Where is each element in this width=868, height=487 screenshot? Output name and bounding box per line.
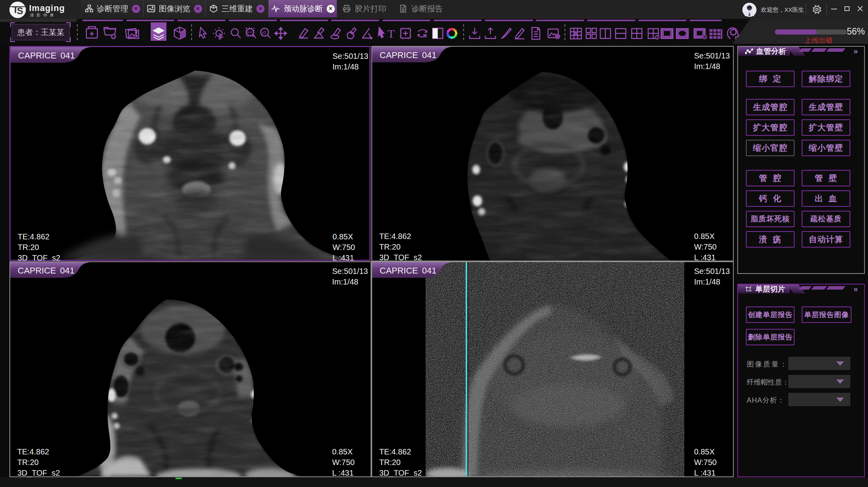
svg-text:CAPRICE: CAPRICE [380, 50, 418, 60]
svg-text:041: 041 [60, 266, 75, 275]
svg-text:x2: x2 [262, 31, 266, 35]
svg-text:S: S [17, 5, 23, 16]
svg-text:041: 041 [422, 50, 437, 60]
svg-text:CAPRICE: CAPRICE [18, 266, 56, 275]
svg-text:T: T [387, 27, 395, 40]
svg-text:CAPRICE: CAPRICE [380, 266, 418, 275]
svg-text:041: 041 [422, 266, 437, 275]
svg-text:041: 041 [60, 51, 75, 60]
svg-text:CAPRICE: CAPRICE [18, 51, 57, 60]
